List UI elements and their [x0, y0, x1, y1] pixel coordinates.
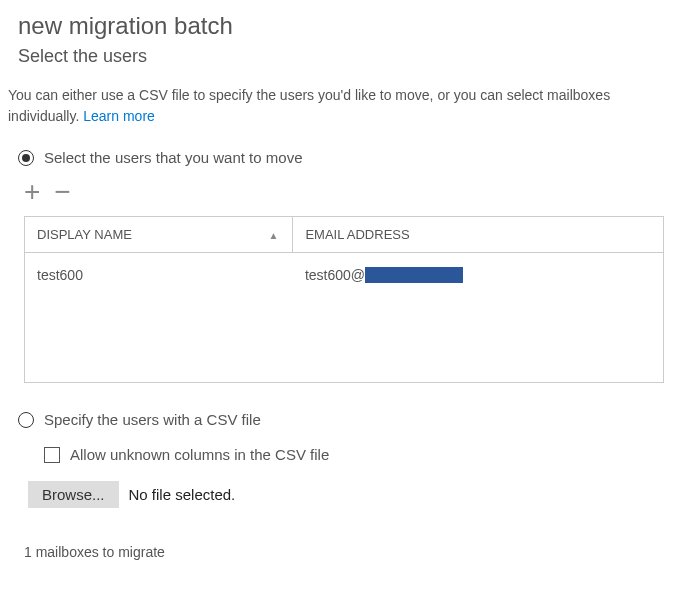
checkbox-control[interactable]	[44, 447, 60, 463]
radio-select-users-control[interactable]	[18, 150, 34, 166]
table-row[interactable]: test600 test600@	[25, 253, 664, 383]
cell-email: test600@	[293, 253, 664, 383]
learn-more-link[interactable]: Learn more	[83, 108, 155, 124]
add-icon[interactable]: +	[24, 178, 40, 206]
browse-button[interactable]: Browse...	[28, 481, 119, 508]
radio-csv[interactable]: Specify the users with a CSV file	[18, 411, 681, 428]
intro-text: You can either use a CSV file to specify…	[8, 85, 681, 127]
redacted-block	[365, 267, 463, 283]
checkbox-allow-unknown[interactable]: Allow unknown columns in the CSV file	[44, 446, 681, 463]
column-header-display-name[interactable]: DISPLAY NAME ▲	[25, 217, 293, 253]
column-header-email[interactable]: EMAIL ADDRESS	[293, 217, 664, 253]
page-title: new migration batch	[18, 12, 681, 40]
dot-icon	[22, 154, 30, 162]
summary-line: 1 mailboxes to migrate	[24, 544, 681, 560]
radio-csv-label: Specify the users with a CSV file	[44, 411, 261, 428]
users-table: DISPLAY NAME ▲ EMAIL ADDRESS test600 tes…	[24, 216, 664, 383]
col-name-label: DISPLAY NAME	[37, 227, 132, 242]
checkbox-allow-unknown-label: Allow unknown columns in the CSV file	[70, 446, 329, 463]
radio-select-users[interactable]: Select the users that you want to move	[18, 149, 681, 166]
sort-asc-icon: ▲	[268, 229, 278, 240]
remove-icon[interactable]: −	[54, 178, 70, 206]
cell-display-name: test600	[25, 253, 293, 383]
col-email-label: EMAIL ADDRESS	[305, 227, 409, 242]
cell-email-prefix: test600@	[305, 267, 365, 283]
page-subtitle: Select the users	[18, 46, 681, 67]
user-toolbar: + −	[24, 178, 681, 206]
radio-select-users-label: Select the users that you want to move	[44, 149, 302, 166]
browse-row: Browse... No file selected.	[28, 481, 681, 508]
radio-csv-control[interactable]	[18, 412, 34, 428]
file-selected-status: No file selected.	[129, 486, 236, 503]
